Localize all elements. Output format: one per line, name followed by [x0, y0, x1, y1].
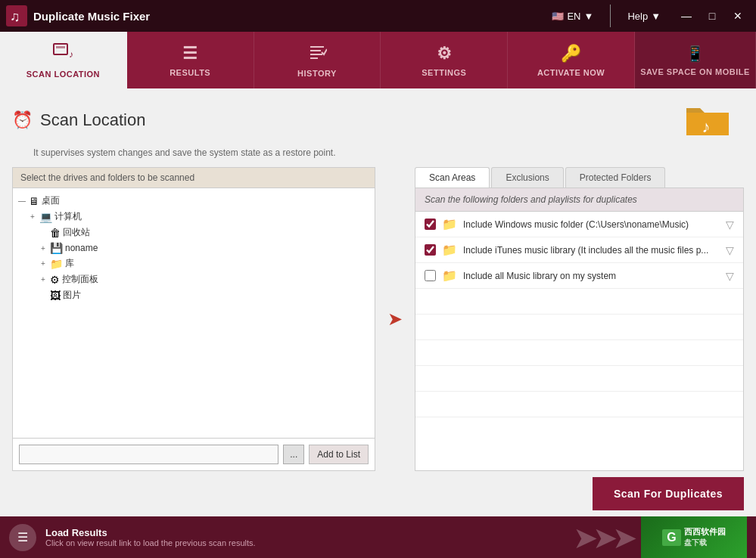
help-button[interactable]: Help ▼	[620, 8, 668, 25]
divider	[610, 5, 611, 27]
tree-node-pictures[interactable]: 🖼 图片	[13, 287, 375, 303]
tree-node-desktop[interactable]: — 🖥 桌面	[13, 193, 375, 209]
tree-node-controlpanel[interactable]: + ⚙ 控制面板	[13, 271, 375, 287]
lang-label: EN	[567, 11, 580, 22]
tree-node-recycle[interactable]: 🗑 回收站	[13, 225, 375, 240]
scan-checkbox-all-music[interactable]	[425, 270, 436, 281]
controlpanel-icon: ⚙	[50, 274, 60, 286]
scan-button-area: Scan For Duplicates	[0, 471, 756, 516]
scan-location-icon: ♪	[52, 42, 73, 65]
scan-item-empty-1	[415, 289, 743, 315]
scan-item-text-windows: Include Windows music folder (C:\Users\n…	[463, 219, 720, 230]
tab-activate[interactable]: 🔑 ACTIVATE NOW	[508, 32, 635, 88]
title-bar: ♫ Duplicate Music Fixer 🇺🇸 EN ▼ Help ▼ —…	[0, 0, 756, 32]
badge-site: 西西软件园	[684, 526, 726, 538]
minimize-button[interactable]: —	[674, 5, 698, 26]
folder-icon-windows: 📁	[442, 217, 457, 231]
recycle-icon: 🗑	[50, 227, 61, 239]
scan-tabs: Scan Areas Exclusions Protected Folders	[415, 167, 744, 188]
bottom-title: Load Results	[45, 527, 564, 538]
browse-button[interactable]: ...	[283, 445, 304, 464]
content-area: Select the drives and folders to be scan…	[0, 164, 756, 471]
download-badge: G 西西软件园 盘下载	[641, 516, 747, 558]
svg-text:♪: ♪	[702, 117, 711, 136]
badge-text: 西西软件园 盘下载	[684, 526, 726, 548]
scan-item-all-music: 📁 Include all Music library on my system…	[415, 263, 743, 289]
path-input[interactable]	[19, 445, 278, 464]
tree-toggle-7	[39, 291, 48, 299]
tree-node-library[interactable]: + 📁 库	[13, 256, 375, 271]
activate-icon: 🔑	[561, 44, 582, 64]
scan-location-label: SCAN LOCATION	[26, 70, 100, 79]
tab-settings[interactable]: ⚙ SETTINGS	[381, 32, 508, 88]
scan-checkbox-itunes[interactable]	[425, 244, 436, 256]
maximize-button[interactable]: □	[700, 5, 724, 26]
tree-label-recycle: 回收站	[63, 226, 90, 239]
exclusions-tab[interactable]: Exclusions	[491, 167, 563, 188]
settings-label: SETTINGS	[422, 68, 466, 77]
svg-rect-3	[56, 46, 65, 48]
noname-icon: 💾	[50, 242, 63, 254]
scan-areas-tab[interactable]: Scan Areas	[415, 167, 490, 188]
tab-bar: ♪ SCAN LOCATION ☰ RESULTS HISTORY ⚙ SETT…	[0, 32, 756, 88]
svg-text:♪: ♪	[69, 49, 73, 60]
bottom-text: Load Results Click on view result link t…	[45, 527, 564, 547]
app-icon: ♫	[6, 5, 27, 26]
scan-item-empty-3	[415, 340, 743, 366]
activate-label: ACTIVATE NOW	[537, 68, 605, 77]
page-header: ⏰ Scan Location ♪	[0, 88, 756, 147]
svg-rect-2	[54, 44, 67, 54]
tree-toggle-3	[39, 228, 48, 237]
scan-item-text-itunes: Include iTunes music library (It include…	[463, 245, 720, 256]
tree-toggle-2: +	[28, 212, 37, 221]
tab-mobile[interactable]: 📱 SAVE SPACE ON MOBILE	[635, 32, 756, 88]
chevron-down-icon-2: ▼	[651, 11, 661, 22]
filter-icon-itunes[interactable]: ▽	[726, 244, 734, 256]
mobile-label: SAVE SPACE ON MOBILE	[640, 67, 750, 76]
mobile-icon: 📱	[686, 45, 705, 63]
main-content: ⏰ Scan Location ♪ It supervises system c…	[0, 88, 756, 516]
scan-item-itunes: 📁 Include iTunes music library (It inclu…	[415, 237, 743, 263]
scan-item-text-all-music: Include all Music library on my system	[463, 271, 720, 281]
folder-icon-itunes: 📁	[442, 243, 457, 257]
page-subtitle: It supervises system changes and save th…	[0, 147, 756, 164]
left-panel: Select the drives and folders to be scan…	[12, 167, 375, 471]
add-to-list-button[interactable]: Add to List	[309, 445, 369, 464]
tree-label-noname: noname	[65, 243, 98, 253]
tree-area[interactable]: — 🖥 桌面 + 💻 计算机 🗑 回收站	[13, 188, 375, 438]
results-label: RESULTS	[170, 68, 210, 77]
history-icon	[307, 43, 327, 64]
svg-text:♫: ♫	[10, 9, 20, 24]
page-title: Scan Location	[40, 110, 145, 130]
settings-icon: ⚙	[437, 44, 453, 64]
tab-results[interactable]: ☰ RESULTS	[127, 32, 254, 88]
language-button[interactable]: 🇺🇸 EN ▼	[544, 8, 601, 25]
folder-icon-all-music: 📁	[442, 268, 457, 283]
scan-for-duplicates-button[interactable]: Scan For Duplicates	[593, 477, 744, 510]
page-header-left: ⏰ Scan Location	[12, 110, 145, 130]
arrow-icon: ➤	[387, 308, 403, 330]
title-right: 🇺🇸 EN ▼ Help ▼ — □ ✕	[544, 5, 750, 27]
chevron-down-icon: ▼	[584, 11, 594, 22]
bottom-subtitle: Click on view result link to load the pr…	[45, 538, 564, 547]
bottom-bar: ☰ Load Results Click on view result link…	[0, 516, 756, 558]
tree-label-pictures: 图片	[63, 289, 81, 302]
tree-node-computer[interactable]: + 💻 计算机	[13, 209, 375, 225]
tree-toggle-4: +	[39, 244, 48, 253]
tab-history[interactable]: HISTORY	[254, 32, 381, 88]
filter-icon-all-music[interactable]: ▽	[726, 270, 734, 282]
badge-sub: 盘下载	[684, 538, 726, 548]
right-panel: Scan Areas Exclusions Protected Folders …	[415, 167, 744, 471]
filter-icon-windows[interactable]: ▽	[726, 219, 734, 231]
protected-folders-tab[interactable]: Protected Folders	[565, 167, 666, 188]
tree-label-library: 库	[65, 257, 74, 270]
tree-node-noname[interactable]: + 💾 noname	[13, 240, 375, 256]
close-button[interactable]: ✕	[726, 5, 750, 26]
tree-toggle-5: +	[39, 259, 48, 268]
scan-areas-header: Scan the following folders and playlists…	[415, 188, 743, 212]
scan-item-empty-5	[415, 392, 743, 417]
tab-scan-location[interactable]: ♪ SCAN LOCATION	[0, 32, 127, 88]
scan-item-empty-4	[415, 366, 743, 392]
header-folder-music-icon: ♪	[683, 98, 732, 143]
scan-checkbox-windows[interactable]	[425, 219, 436, 230]
